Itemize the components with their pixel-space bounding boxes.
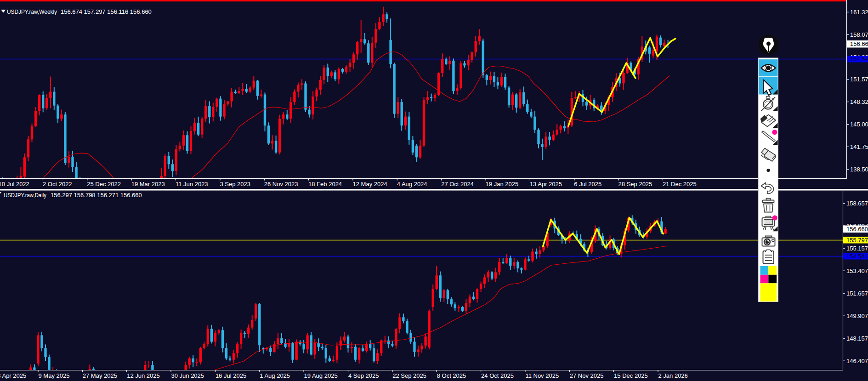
svg-text:11 Nov 2025: 11 Nov 2025 [525,372,559,379]
svg-text:22 Sep 2025: 22 Sep 2025 [392,372,426,379]
svg-text:155.157: 155.157 [846,245,868,252]
svg-text:11 Jun 2023: 11 Jun 2023 [176,181,208,188]
svg-text:30 Jun 2025: 30 Jun 2025 [171,372,204,379]
svg-text:19 Aug 2025: 19 Aug 2025 [304,372,338,379]
svg-text:USDJPY.raw,Daily: USDJPY.raw,Daily [4,192,46,199]
svg-text:148.157: 148.157 [846,335,868,342]
svg-text:156.660: 156.660 [846,226,868,233]
svg-text:151.575: 151.575 [850,76,868,83]
svg-text:2 Jan 2026: 2 Jan 2026 [658,372,688,379]
svg-text:161.325: 161.325 [850,9,868,16]
svg-text:3 Sep 2023: 3 Sep 2023 [220,181,250,188]
svg-text:158.657: 158.657 [846,200,868,207]
svg-text:149.907: 149.907 [846,313,868,319]
svg-text:156.660: 156.660 [850,40,868,47]
svg-text:9 May 2025: 9 May 2025 [39,372,70,379]
svg-text:158.075: 158.075 [850,31,868,38]
svg-text:23 Apr 2025: 23 Apr 2025 [0,372,26,379]
svg-text:6 Jul 2025: 6 Jul 2025 [574,181,601,188]
svg-text:27 Nov 2025: 27 Nov 2025 [570,372,604,379]
svg-text:21 Dec 2025: 21 Dec 2025 [663,181,697,188]
svg-text:155.797: 155.797 [846,237,868,244]
svg-text:12 Jun 2025: 12 Jun 2025 [127,372,160,379]
svg-text:156.297 156.798 156.271 156.66: 156.297 156.798 156.271 156.660 [51,192,142,199]
svg-text:2 Oct 2022: 2 Oct 2022 [43,181,72,188]
svg-text:148.325: 148.325 [850,98,868,105]
svg-text:156.674 157.297 156.116 156.66: 156.674 157.297 156.116 156.660 [61,8,152,15]
svg-text:18 Feb 2024: 18 Feb 2024 [308,181,342,188]
svg-text:1 Aug 2025: 1 Aug 2025 [260,372,290,379]
svg-text:154.544: 154.544 [846,253,868,260]
svg-text:28 Sep 2025: 28 Sep 2025 [618,181,652,188]
svg-text:141.758: 141.758 [850,143,868,150]
svg-text:27 Oct 2024: 27 Oct 2024 [441,181,474,188]
svg-text:8 Oct 2025: 8 Oct 2025 [437,372,466,379]
svg-text:153.407: 153.407 [846,267,868,274]
svg-text:4 Sep 2025: 4 Sep 2025 [348,372,379,379]
svg-text:19 Jan 2025: 19 Jan 2025 [486,181,519,188]
svg-text:12 May 2024: 12 May 2024 [353,181,387,188]
svg-text:151.657: 151.657 [846,290,868,297]
svg-text:24 Oct 2025: 24 Oct 2025 [481,372,514,379]
svg-text:154.544: 154.544 [850,56,868,63]
svg-text:25 Dec 2022: 25 Dec 2022 [87,181,121,188]
svg-text:10 Jul 2022: 10 Jul 2022 [0,181,29,188]
svg-text:13 Apr 2025: 13 Apr 2025 [530,181,562,188]
svg-text:146.407: 146.407 [846,358,868,364]
svg-text:138.508: 138.508 [850,166,868,173]
svg-text:15 Dec 2025: 15 Dec 2025 [614,372,648,379]
svg-text:4 Aug 2024: 4 Aug 2024 [397,181,427,188]
svg-text:145.008: 145.008 [850,121,868,128]
svg-text:26 Nov 2023: 26 Nov 2023 [264,181,298,188]
svg-text:27 May 2025: 27 May 2025 [83,372,117,379]
svg-text:USDJPY.raw,Weekly: USDJPY.raw,Weekly [7,8,57,15]
svg-text:16 Jul 2025: 16 Jul 2025 [216,372,246,379]
svg-text:19 Mar 2023: 19 Mar 2023 [131,181,165,188]
